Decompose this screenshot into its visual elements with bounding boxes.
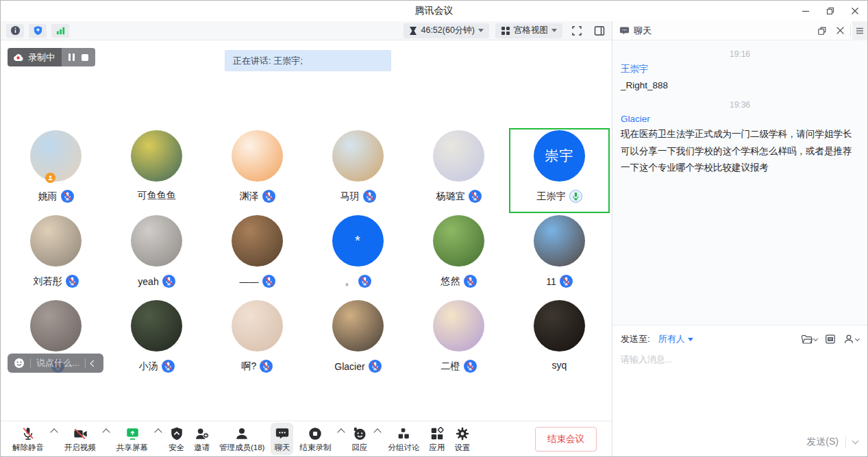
participant-tile[interactable]: 可鱼鱼鱼	[106, 128, 207, 213]
info-icon[interactable]	[6, 24, 24, 38]
meeting-timer[interactable]: 46:52(60分钟)	[404, 23, 489, 38]
mic-status-icon	[569, 190, 582, 203]
avatar	[232, 215, 283, 267]
network-signal-icon[interactable]	[51, 24, 69, 38]
pause-recording-button[interactable]	[69, 53, 75, 61]
participant-tile[interactable]: 渊泽	[207, 128, 308, 213]
grid-view-icon	[501, 26, 510, 36]
invite-person-icon	[194, 425, 210, 442]
chevron-down-icon	[855, 336, 860, 341]
collapse-left-icon[interactable]	[90, 360, 97, 367]
chevron-down-icon	[813, 336, 818, 341]
toolbar-item-manage-members[interactable]: 管理成员(18)	[216, 423, 268, 455]
toolbar-item-unmute[interactable]: 解除静音	[9, 423, 47, 455]
mic-status-icon	[262, 275, 275, 288]
restore-button[interactable]	[818, 1, 843, 21]
close-icon[interactable]	[831, 21, 849, 40]
contact-person-icon[interactable]	[843, 334, 859, 345]
view-mode-button[interactable]: 宫格视图	[495, 23, 562, 38]
person-badge-icon	[45, 173, 55, 183]
stop-recording-button[interactable]	[82, 54, 88, 61]
side-panel-toggle-icon[interactable]	[591, 23, 608, 38]
participant-tile[interactable]: * 。	[308, 213, 408, 298]
message-input[interactable]: 请输入消息...	[612, 345, 867, 374]
participant-tile[interactable]: 小汤	[106, 298, 207, 383]
participant-tile[interactable]: 二橙	[408, 298, 509, 383]
reaction-smiley-icon	[351, 425, 367, 442]
avatar	[30, 300, 82, 351]
toolbar-item-settings[interactable]: 设置	[451, 423, 473, 455]
chat-bubble-icon	[619, 26, 630, 36]
participant-tile[interactable]: Glacier	[308, 298, 408, 383]
participant-tile[interactable]: yeah	[106, 213, 207, 298]
chevron-up-icon[interactable]	[50, 428, 58, 436]
participant-name: 悠然	[441, 275, 460, 288]
emoji-smile-icon[interactable]	[14, 358, 25, 369]
participant-name: 小汤	[139, 360, 158, 373]
participant-tile[interactable]: 11	[509, 213, 610, 298]
chevron-down-icon[interactable]	[852, 438, 859, 445]
mic-status-icon	[464, 275, 477, 288]
pop-out-icon[interactable]	[813, 21, 831, 40]
toolbar-item-stop-recording[interactable]: 结束录制	[296, 423, 334, 455]
participant-name: ——	[240, 276, 259, 287]
message-text: 现在医药卫生法学正式成为一门二级学科，请问学姐学长可以分享一下我们学校的这个学科…	[621, 126, 859, 176]
participant-tile[interactable]: 刘若彤	[5, 213, 106, 298]
meeting-toolbar: 46:52(60分钟) 宫格视图	[1, 21, 612, 40]
avatar	[131, 215, 182, 267]
message-sender[interactable]: Glacier	[621, 114, 859, 124]
quick-chat-placeholder[interactable]: 说点什么...	[36, 357, 79, 369]
participant-tile[interactable]: 悠然	[408, 213, 509, 298]
speaking-banner: 正在讲话: 王崇宇;	[225, 50, 391, 71]
toolbar-item-share-screen[interactable]: 共享屏幕	[113, 423, 151, 455]
toolbar-item-reactions[interactable]: 回应	[348, 423, 371, 455]
toolbar-item-breakout-rooms[interactable]: 分组讨论	[384, 423, 423, 455]
chevron-up-icon[interactable]	[338, 428, 345, 436]
minimize-button[interactable]	[793, 1, 818, 21]
chat-message-list[interactable]: 19:16王崇宇_Right_88819:36Glacier现在医药卫生法学正式…	[612, 40, 867, 325]
toolbar-item-start-video[interactable]: 开启视频	[61, 423, 99, 455]
message-sender[interactable]: 王崇宇	[621, 63, 859, 75]
participant-tile[interactable]: 啊?	[207, 298, 308, 383]
fullscreen-icon[interactable]	[569, 23, 585, 38]
participant-tile[interactable]: 杨璐宜	[408, 128, 509, 213]
close-icon[interactable]	[843, 1, 867, 21]
participant-name: yeah	[138, 276, 158, 287]
end-meeting-button[interactable]: 结束会议	[535, 427, 597, 452]
participant-tile[interactable]: ——	[207, 213, 308, 298]
chevron-up-icon[interactable]	[154, 428, 162, 436]
hourglass-icon	[409, 26, 417, 36]
chevron-down-icon	[688, 338, 693, 341]
shield-check-icon[interactable]	[29, 24, 47, 38]
send-to-selector[interactable]: 所有人	[658, 333, 693, 345]
folder-icon[interactable]	[801, 334, 817, 345]
mic-status-icon	[162, 360, 175, 373]
participant-tile[interactable]: syq	[509, 298, 610, 383]
participant-tile[interactable]: 姚雨	[5, 128, 106, 213]
quick-chat-bar[interactable]: 说点什么...	[8, 354, 103, 373]
menu-icon[interactable]	[852, 21, 867, 40]
avatar	[332, 300, 384, 351]
send-button[interactable]: 发送(S)	[806, 436, 839, 448]
chat-bubble-icon	[275, 425, 290, 442]
toolbar-item-security[interactable]: 安全	[165, 423, 188, 455]
bottom-toolbar: 解除静音 开启视频 共享屏幕	[1, 421, 612, 456]
chevron-down-icon	[478, 29, 484, 32]
message-text: _Right_888	[621, 77, 859, 94]
toolbar-item-chat[interactable]: 聊天	[271, 423, 293, 455]
avatar	[534, 300, 585, 351]
gear-icon	[455, 425, 470, 442]
announcement-icon[interactable]	[825, 334, 836, 345]
mic-status-icon	[369, 360, 382, 373]
mic-status-icon	[363, 190, 376, 203]
chevron-up-icon[interactable]	[374, 428, 382, 436]
avatar	[131, 300, 182, 351]
chevron-up-icon[interactable]	[102, 428, 110, 436]
participant-tile[interactable]: 马玥	[308, 128, 408, 213]
participant-tile[interactable]: 崇宇 王崇宇	[509, 128, 610, 213]
toolbar-item-invite[interactable]: 邀请	[190, 423, 213, 455]
mic-status-icon	[162, 275, 175, 288]
participant-name: 可鱼鱼鱼	[138, 190, 176, 202]
toolbar-item-apps[interactable]: 应用	[425, 423, 448, 455]
window-title: 腾讯会议	[1, 1, 867, 21]
